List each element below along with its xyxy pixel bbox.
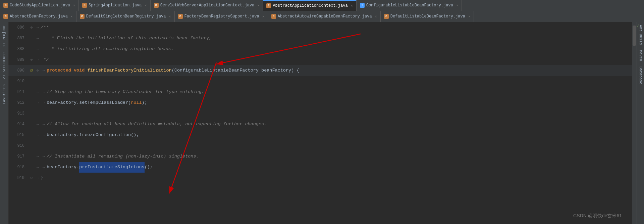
code-line-889: 889 ⊖ → */ bbox=[8, 54, 632, 65]
main-area: 1: Project 2: Structure Favorites 886 ⊖ … bbox=[0, 22, 644, 224]
annotation-icon-890: @ bbox=[29, 65, 35, 76]
line-num-915: 915 bbox=[8, 130, 29, 140]
tab-icon-c: C bbox=[3, 14, 8, 19]
arrow-icon-886: → bbox=[35, 22, 41, 33]
code-918: beanFactory.preInstantiateSingletons(); bbox=[47, 162, 632, 173]
line-num-916: 916 bbox=[8, 140, 29, 151]
tab-configurablelistablebean[interactable]: I ConfigurableListableBeanFactory.java ✕ bbox=[357, 0, 462, 11]
tab-icon-c: C bbox=[384, 14, 389, 19]
line-num-888: 888 bbox=[8, 44, 29, 54]
code-890: protected void finishBeanFactoryInitiali… bbox=[47, 65, 632, 76]
tab-icon-c: C bbox=[154, 3, 159, 8]
code-line-917: 917 → → // Instantiate all remaining (no… bbox=[8, 151, 632, 162]
code-888: * initializing all remaining singleton b… bbox=[41, 44, 632, 54]
tab-icon-c: C bbox=[266, 3, 271, 8]
left-panel: 1: Project 2: Structure Favorites bbox=[0, 22, 8, 224]
tab-icon-c: C bbox=[178, 14, 183, 19]
code-line-911: 911 → → // Stop using the temporary Clas… bbox=[8, 87, 632, 97]
line-num-911: 911 bbox=[8, 87, 29, 97]
code-line-910: 910 bbox=[8, 76, 632, 87]
scrollbar-thumb[interactable] bbox=[633, 26, 636, 46]
close-tab-btn[interactable]: ✕ bbox=[73, 3, 75, 7]
code-line-913: 913 bbox=[8, 108, 632, 119]
tab-factorybeanregistrysupport[interactable]: C FactoryBeanRegistrySupport.java ✕ bbox=[175, 11, 268, 22]
code-919: } bbox=[41, 173, 632, 183]
line-num-914: 914 bbox=[8, 119, 29, 130]
line-num-887: 887 bbox=[8, 33, 29, 44]
project-panel-tab[interactable]: 1: Project bbox=[1, 22, 7, 50]
line-num-917: 917 bbox=[8, 151, 29, 162]
code-911: // Stop using the temporary ClassLoader … bbox=[47, 87, 632, 97]
favorites-panel-tab[interactable]: Favorites bbox=[1, 82, 7, 107]
line-num-918: 918 bbox=[8, 162, 29, 173]
right-panel: Ant Build Maven Database bbox=[637, 22, 644, 224]
line-num-912: 912 bbox=[8, 97, 29, 108]
code-889: */ bbox=[41, 54, 632, 65]
tab-defaultsingletonbeanregistry[interactable]: C DefaultSingletonBeanRegistry.java ✕ bbox=[76, 11, 175, 22]
code-912: beanFactory.setTempClassLoader(null); bbox=[47, 97, 632, 108]
close-tab-btn[interactable]: ✕ bbox=[257, 3, 259, 7]
code-line-916: 916 bbox=[8, 140, 632, 151]
code-line-915: 915 → → beanFactory.freezeConfiguration(… bbox=[8, 130, 632, 140]
code-line-918: 918 → → beanFactory.preInstantiateSingle… bbox=[8, 162, 632, 173]
close-tab-btn[interactable]: ✕ bbox=[262, 14, 264, 18]
fold-icon-889[interactable]: ⊖ bbox=[29, 54, 35, 65]
tab-icon-c: C bbox=[3, 3, 8, 8]
line-num-889: 889 bbox=[8, 54, 29, 65]
tab-icon-c: C bbox=[271, 14, 276, 19]
tab-abstractbeanfactory[interactable]: C AbstractBeanFactory.java ✕ bbox=[0, 11, 76, 22]
tab-bar-bottom: C AbstractBeanFactory.java ✕ C DefaultSi… bbox=[0, 11, 644, 22]
code-line-912: 912 → → beanFactory.setTempClassLoader(n… bbox=[8, 97, 632, 108]
code-line-886: 886 ⊖ → /** bbox=[8, 22, 632, 33]
tab-abstractapplicationcontext[interactable]: C AbstractApplicationContext.java ✕ bbox=[263, 0, 356, 11]
close-tab-btn[interactable]: ✕ bbox=[456, 3, 458, 7]
code-container: 886 ⊖ → /** 887 → * Finish the initializ… bbox=[8, 22, 632, 224]
close-tab-btn[interactable]: ✕ bbox=[169, 14, 171, 18]
tab-bar-top: C CodeStudyApplication.java ✕ C SpringAp… bbox=[0, 0, 644, 11]
tab-defaultlistablebean[interactable]: C DefaultListableBeanFactory.java ✕ bbox=[381, 11, 474, 22]
tab-icon-i: I bbox=[360, 3, 365, 8]
database-panel-tab[interactable]: Database bbox=[637, 64, 644, 87]
structure-panel-tab[interactable]: 2: Structure bbox=[1, 50, 7, 82]
maven-panel-tab[interactable]: Maven bbox=[637, 47, 644, 64]
line-num-913: 913 bbox=[8, 108, 29, 119]
close-tab-btn[interactable]: ✕ bbox=[375, 14, 377, 18]
code-917: // Instantiate all remaining (non-lazy-i… bbox=[47, 151, 632, 162]
close-tab-btn[interactable]: ✕ bbox=[351, 4, 353, 8]
scrollbar-track[interactable]: ✓ bbox=[632, 22, 637, 224]
tab-icon-c: C bbox=[80, 14, 85, 19]
close-tab-btn[interactable]: ✕ bbox=[145, 3, 147, 7]
line-num-910: 910 bbox=[8, 76, 29, 87]
code-914: // Allow for caching all bean definition… bbox=[47, 119, 632, 130]
tab-codestudyapplication[interactable]: C CodeStudyApplication.java ✕ bbox=[0, 0, 79, 11]
fold-icon-890[interactable]: ⊖ bbox=[35, 65, 41, 76]
code-line-919: 919 ⊖ → } bbox=[8, 173, 632, 183]
line-num-890: 890 bbox=[8, 65, 29, 76]
fold-icon-886[interactable]: ⊖ bbox=[29, 22, 35, 33]
tab-springapplication[interactable]: C SpringApplication.java ✕ bbox=[79, 0, 150, 11]
tab-servletwebserverapplicationcontext[interactable]: C ServletWebServerApplicationContext.jav… bbox=[151, 0, 263, 11]
code-line-890: 890 @ ⊖ → protected void finishBeanFacto… bbox=[8, 65, 632, 76]
line-num-919: 919 bbox=[8, 173, 29, 183]
close-tab-btn[interactable]: ✕ bbox=[468, 14, 470, 18]
code-line-887: 887 → * Finish the initialization of thi… bbox=[8, 33, 632, 44]
tab-icon-c: C bbox=[82, 3, 87, 8]
code-886: /** bbox=[41, 22, 632, 33]
watermark: CSDN @明快de玄米61 bbox=[573, 213, 622, 219]
fold-icon-919[interactable]: ⊖ bbox=[29, 173, 35, 183]
code-line-888: 888 → * initializing all remaining singl… bbox=[8, 44, 632, 54]
line-num-886: 886 bbox=[8, 22, 29, 33]
code-915: beanFactory.freezeConfiguration(); bbox=[47, 130, 632, 140]
editor-area: 886 ⊖ → /** 887 → * Finish the initializ… bbox=[8, 22, 632, 224]
checkmark-icon: ✓ bbox=[637, 23, 639, 29]
close-tab-btn[interactable]: ✕ bbox=[71, 14, 73, 18]
tab-abstractautowirecapablebean[interactable]: C AbstractAutowireCapableBeanFactory.jav… bbox=[268, 11, 381, 22]
code-line-914: 914 → → // Allow for caching all bean de… bbox=[8, 119, 632, 130]
code-887: * Finish the initialization of this cont… bbox=[41, 33, 632, 44]
